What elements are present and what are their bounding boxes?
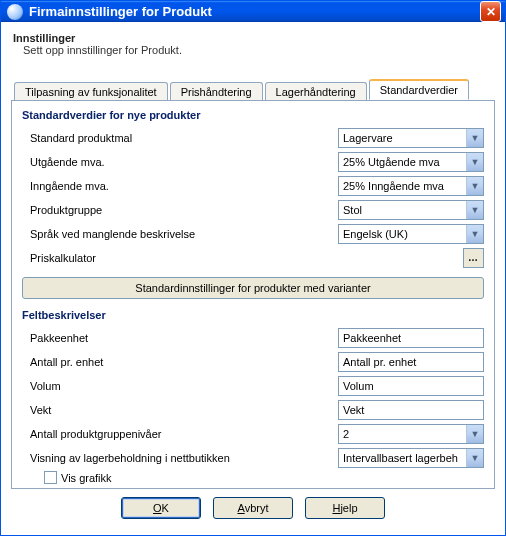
row-lang: Språk ved manglende beskrivelse Engelsk … xyxy=(22,223,484,244)
variant-defaults-button[interactable]: Standardinnstillinger for produkter med … xyxy=(22,277,484,299)
cancel-button-underline: A xyxy=(238,502,245,514)
label-group: Produktgruppe xyxy=(22,204,338,216)
row-group: Produktgruppe Stol ▼ xyxy=(22,199,484,220)
row-pricecalc: Priskalkulator … xyxy=(22,247,484,268)
select-out-vat-value: 25% Utgående mva xyxy=(343,156,440,168)
tabstrip: Tilpasning av funksjonalitet Prishåndter… xyxy=(11,78,495,100)
window-title: Firmainnstillinger for Produkt xyxy=(29,4,480,19)
label-pack-unit: Pakkeenhet xyxy=(22,332,338,344)
tab-prishandtering[interactable]: Prishåndtering xyxy=(170,82,263,101)
checkbox-label: Vis grafikk xyxy=(61,472,112,484)
select-stockview-value: Intervallbasert lagerbeholdnin xyxy=(343,452,458,464)
row-stockview: Visning av lagerbeholdning i nettbutikke… xyxy=(22,447,484,468)
checkbox-box-icon xyxy=(44,471,57,484)
tab-tilpasning[interactable]: Tilpasning av funksjonalitet xyxy=(14,82,168,101)
section2-title: Feltbeskrivelser xyxy=(22,309,484,321)
select-template[interactable]: Lagervare ▼ xyxy=(338,128,484,148)
row-template: Standard produktmal Lagervare ▼ xyxy=(22,127,484,148)
label-volume: Volum xyxy=(22,380,338,392)
input-pack-unit[interactable] xyxy=(338,328,484,348)
pricecalc-ellipsis-button[interactable]: … xyxy=(463,248,484,268)
titlebar: Firmainnstillinger for Produkt ✕ xyxy=(1,1,505,22)
label-levels: Antall produktgruppenivåer xyxy=(22,428,338,440)
row-pack-unit: Pakkeenhet xyxy=(22,327,484,348)
chevron-down-icon: ▼ xyxy=(466,153,483,171)
header-subtitle: Sett opp innstillinger for Produkt. xyxy=(13,44,493,56)
dialog-window: Firmainnstillinger for Produkt ✕ Innstil… xyxy=(0,0,506,536)
select-group-value: Stol xyxy=(343,204,362,216)
cancel-button[interactable]: Avbryt xyxy=(213,497,293,519)
label-in-vat: Inngående mva. xyxy=(22,180,338,192)
select-stockview[interactable]: Intervallbasert lagerbeholdnin ▼ xyxy=(338,448,484,468)
app-icon xyxy=(7,4,23,20)
select-lang-value: Engelsk (UK) xyxy=(343,228,408,240)
chevron-down-icon: ▼ xyxy=(466,225,483,243)
label-per-unit: Antall pr. enhet xyxy=(22,356,338,368)
label-out-vat: Utgående mva. xyxy=(22,156,338,168)
tab-standardverdier[interactable]: Standardverdier xyxy=(369,79,469,100)
input-weight[interactable] xyxy=(338,400,484,420)
tab-lagerhandtering[interactable]: Lagerhåndtering xyxy=(265,82,367,101)
label-pricecalc: Priskalkulator xyxy=(22,252,338,264)
chevron-down-icon: ▼ xyxy=(466,449,483,467)
close-button[interactable]: ✕ xyxy=(480,1,501,22)
input-volume[interactable] xyxy=(338,376,484,396)
row-out-vat: Utgående mva. 25% Utgående mva ▼ xyxy=(22,151,484,172)
select-in-vat-value: 25% Inngående mva xyxy=(343,180,444,192)
close-icon: ✕ xyxy=(486,5,496,19)
ok-button-rest: K xyxy=(162,502,169,514)
chevron-down-icon: ▼ xyxy=(466,129,483,147)
select-levels-value: 2 xyxy=(343,428,349,440)
tabpanel-standardverdier: Standardverdier for nye produkter Standa… xyxy=(11,100,495,489)
select-in-vat[interactable]: 25% Inngående mva ▼ xyxy=(338,176,484,196)
checkbox-show-graphics[interactable]: Vis grafikk xyxy=(22,471,484,484)
row-volume: Volum xyxy=(22,375,484,396)
select-group[interactable]: Stol ▼ xyxy=(338,200,484,220)
select-template-value: Lagervare xyxy=(343,132,393,144)
select-out-vat[interactable]: 25% Utgående mva ▼ xyxy=(338,152,484,172)
cancel-button-rest: vbryt xyxy=(245,502,269,514)
section1-title: Standardverdier for nye produkter xyxy=(22,109,484,121)
label-weight: Vekt xyxy=(22,404,338,416)
content-area: Innstillinger Sett opp innstillinger for… xyxy=(1,22,505,535)
label-template: Standard produktmal xyxy=(22,132,338,144)
row-in-vat: Inngående mva. 25% Inngående mva ▼ xyxy=(22,175,484,196)
label-lang: Språk ved manglende beskrivelse xyxy=(22,228,338,240)
help-button[interactable]: Hjelp xyxy=(305,497,385,519)
chevron-down-icon: ▼ xyxy=(466,201,483,219)
header-block: Innstillinger Sett opp innstillinger for… xyxy=(11,28,495,66)
header-title: Innstillinger xyxy=(13,32,493,44)
ok-button-underline: O xyxy=(153,502,162,514)
label-stockview: Visning av lagerbeholdning i nettbutikke… xyxy=(22,452,338,464)
ok-button[interactable]: OK xyxy=(121,497,201,519)
select-levels[interactable]: 2 ▼ xyxy=(338,424,484,444)
help-button-rest: jelp xyxy=(340,502,357,514)
ellipsis-icon: … xyxy=(468,252,479,263)
row-levels: Antall produktgruppenivåer 2 ▼ xyxy=(22,423,484,444)
row-weight: Vekt xyxy=(22,399,484,420)
row-per-unit: Antall pr. enhet xyxy=(22,351,484,372)
select-lang[interactable]: Engelsk (UK) ▼ xyxy=(338,224,484,244)
dialog-footer: OK Avbryt Hjelp xyxy=(11,489,495,529)
chevron-down-icon: ▼ xyxy=(466,425,483,443)
chevron-down-icon: ▼ xyxy=(466,177,483,195)
input-per-unit[interactable] xyxy=(338,352,484,372)
